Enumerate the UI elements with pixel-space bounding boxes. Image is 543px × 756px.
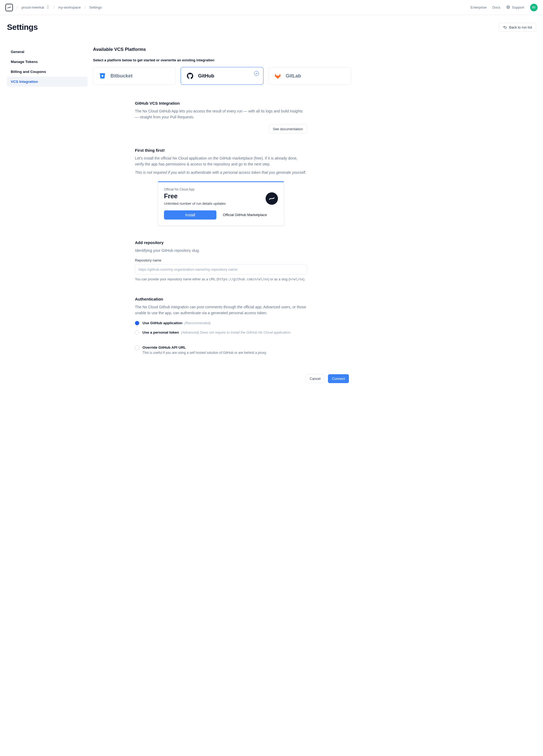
install-card: Official Nx Cloud App Free Unlimited num… [158, 181, 284, 226]
checkbox-hint: This is useful if you are using a self h… [143, 350, 267, 355]
radio-hint: (Recommended) [185, 321, 211, 325]
github-icon [186, 72, 194, 80]
platform-github[interactable]: GitHub [181, 67, 264, 85]
undo-icon [503, 25, 507, 29]
checkbox-icon [135, 346, 139, 350]
repo-name-input[interactable] [135, 264, 307, 274]
install-card-label: Official Nx Cloud App [164, 188, 278, 191]
sidebar-item-general[interactable]: General [7, 47, 88, 57]
check-circle-icon [254, 71, 259, 76]
github-integration-desc: The Nx Cloud GitHub App lets you access … [135, 108, 307, 120]
install-card-desc: Unlimited number of run details updates [164, 202, 278, 206]
override-api-url-checkbox[interactable]: Override GitHub API URL This is useful i… [135, 345, 307, 355]
breadcrumb-sep: / [17, 5, 18, 10]
auth-option-personal-token[interactable]: Use a personal token(Advanced) Does not … [135, 330, 307, 335]
user-avatar[interactable]: BE [530, 4, 538, 11]
app-logo[interactable] [5, 4, 13, 11]
chevron-up-down-icon [46, 5, 49, 10]
marketplace-link[interactable]: Official GitHub Marketplace [223, 213, 267, 217]
radio-hint: (Advanced) Does not require to install t… [181, 330, 291, 334]
vcs-subtitle: Select a platform below to get started o… [93, 58, 351, 62]
vcs-title: Available VCS Platforms [93, 47, 351, 52]
settings-sidebar: General Manage Tokens Billing and Coupon… [7, 37, 88, 383]
radio-label: Use a personal token [143, 330, 179, 334]
radio-icon [135, 330, 139, 335]
platform-label: GitLab [286, 73, 301, 79]
back-to-run-list-button[interactable]: Back to run list [499, 23, 536, 32]
first-thing-p2: This is not required if you wish to auth… [135, 169, 307, 175]
first-thing-p1: Let's install the official Nx Cloud appl… [135, 155, 307, 167]
breadcrumb-org[interactable]: proud-meerkat [22, 5, 50, 10]
topbar: / proud-meerkat / my-workspace / Setting… [0, 0, 543, 15]
checkbox-label: Override GitHub API URL [143, 345, 267, 349]
see-documentation-button[interactable]: See documentation [269, 125, 307, 133]
auth-option-github-app[interactable]: Use GitHub application(Recommended) [135, 321, 307, 325]
auth-desc: The Nx Cloud Github integration can post… [135, 304, 307, 316]
page-title: Settings [7, 23, 38, 32]
radio-icon [135, 321, 139, 325]
repo-name-helper: You can provide your repository name eit… [135, 277, 307, 282]
footer-actions: Cancel Connect [135, 374, 349, 383]
bitbucket-icon [99, 72, 106, 80]
svg-point-1 [507, 6, 509, 8]
breadcrumb-sep: / [53, 5, 54, 10]
auth-title: Authentication [135, 297, 307, 301]
first-thing-title: First thing first! [135, 148, 307, 153]
docs-link[interactable]: Docs [492, 5, 501, 9]
platform-label: Bitbucket [111, 73, 133, 79]
gitlab-icon [274, 72, 281, 80]
connect-button[interactable]: Connect [328, 374, 349, 383]
add-repo-desc: Identifying your GitHub repository slug. [135, 248, 307, 253]
back-button-label: Back to run list [509, 25, 532, 29]
platform-gitlab[interactable]: GitLab [268, 67, 351, 85]
breadcrumb-workspace[interactable]: my-workspace [58, 5, 81, 9]
main-content: Available VCS Platforms Select a platfor… [93, 37, 351, 383]
breadcrumb-current: Settings [89, 5, 102, 9]
radio-label: Use GitHub application [143, 321, 183, 325]
install-card-price: Free [164, 192, 278, 200]
platform-label: GitHub [198, 73, 214, 79]
add-repo-title: Add repository [135, 240, 307, 245]
lifebuoy-icon [506, 5, 510, 10]
breadcrumb-sep: / [84, 5, 86, 10]
github-integration-title: GitHub VCS Integration [135, 101, 307, 105]
sidebar-item-vcs-integration[interactable]: VCS Integration [7, 77, 88, 87]
sidebar-item-billing[interactable]: Billing and Coupons [7, 67, 88, 77]
cancel-button[interactable]: Cancel [305, 374, 324, 383]
nx-logo-icon [266, 192, 278, 205]
support-link[interactable]: Support [512, 5, 524, 9]
enterprise-link[interactable]: Enterprise [471, 5, 487, 9]
sidebar-item-manage-tokens[interactable]: Manage Tokens [7, 57, 88, 67]
repo-name-label: Repository name [135, 258, 307, 262]
platform-bitbucket[interactable]: Bitbucket [93, 67, 176, 85]
page-header: Settings Back to run list [0, 15, 543, 37]
install-button[interactable]: Install [164, 210, 217, 220]
